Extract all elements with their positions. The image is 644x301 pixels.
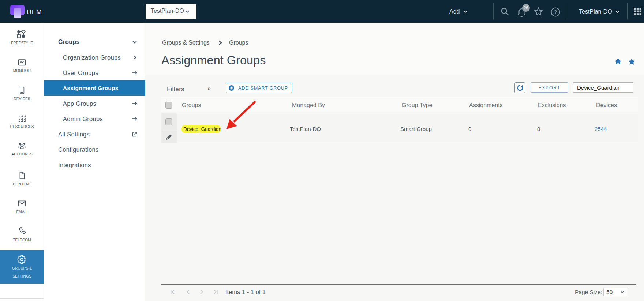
svg-text:?: ? xyxy=(554,9,557,15)
